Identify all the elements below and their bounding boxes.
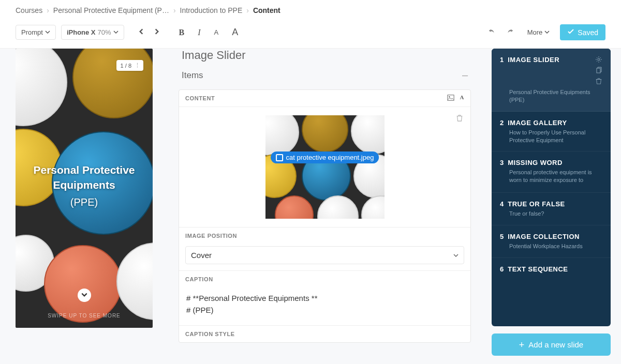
plus-icon: +	[519, 341, 525, 348]
redo-icon	[507, 28, 514, 37]
saved-label: Saved	[578, 28, 598, 37]
slide-number: 6	[500, 265, 504, 273]
chevron-right-icon: ›	[246, 6, 249, 14]
slides-column: 1 IMAGE SLIDER Personal Protective Equip…	[481, 49, 621, 364]
zoom-label: 70%	[98, 28, 111, 36]
editor-title: Image Slider	[179, 49, 471, 69]
check-icon	[567, 28, 574, 37]
image-position-value: Cover	[191, 251, 212, 260]
slide-number: 3	[500, 159, 504, 166]
chevron-down-icon	[81, 291, 88, 300]
prev-button[interactable]	[135, 25, 148, 40]
slide-title: TEXT SEQUENCE	[508, 265, 602, 273]
chevron-right-icon: ›	[47, 6, 49, 14]
breadcrumb-courses[interactable]: Courses	[16, 6, 42, 14]
breadcrumb-course[interactable]: Personal Protective Equipment (P…	[53, 6, 169, 14]
scroll-down-button[interactable]	[78, 289, 91, 302]
font-size-small-button[interactable]: A	[211, 25, 222, 39]
slide-item-4[interactable]: 4 TRUE OR FALSE True or false?	[492, 193, 611, 225]
trash-icon	[456, 115, 463, 123]
breadcrumb: Courses › Personal Protective Equipment …	[0, 0, 621, 21]
slide-desc: Potential Workplace Hazards	[500, 242, 602, 250]
undo-button[interactable]	[485, 25, 498, 40]
bold-button[interactable]: B	[176, 25, 188, 40]
format-group: B I A A	[176, 24, 242, 41]
svg-point-2	[598, 58, 600, 60]
main-area: 1 / 8 ⋮ Personal Protective Equipments (…	[0, 49, 621, 364]
prompt-dropdown[interactable]: Prompt	[16, 25, 56, 40]
preview-column: 1 / 8 ⋮ Personal Protective Equipments (…	[0, 49, 168, 364]
toolbar: Prompt iPhone X 70% B I A A	[0, 21, 621, 49]
app-root: Courses › Personal Protective Equipment …	[0, 0, 621, 364]
delete-image-button[interactable]	[456, 114, 463, 123]
content-body: cat protective equipment.jpeg	[179, 107, 470, 227]
slide-number: 1	[500, 56, 504, 64]
device-label: iPhone X	[67, 28, 96, 36]
preview-subtitle: (PPE)	[16, 195, 153, 209]
image-position-label: IMAGE POSITION	[179, 227, 470, 244]
more-label: More	[527, 28, 543, 36]
chevron-down-icon	[544, 28, 550, 36]
slide-desc: Personal Protective Equipments (PPE)	[500, 88, 602, 104]
swipe-hint: SWIPE UP TO SEE MORE	[16, 313, 153, 318]
more-dropdown[interactable]: More	[522, 25, 555, 39]
italic-button[interactable]: I	[195, 25, 203, 40]
collapse-icon[interactable]: –	[462, 69, 468, 81]
caption-input[interactable]: # **Personal Protective Equipments ** # …	[185, 290, 464, 319]
chevron-down-icon	[113, 28, 119, 36]
caption-label: CAPTION	[179, 270, 470, 287]
slide-title: IMAGE GALLERY	[508, 119, 602, 127]
svg-rect-3	[597, 68, 600, 73]
slide-counter: 1 / 8	[121, 63, 131, 69]
caption-line-2: # (PPE)	[186, 305, 463, 316]
caption-line-1: # **Personal Protective Equipments **	[186, 293, 463, 305]
gear-icon[interactable]	[595, 56, 602, 65]
image-position-select[interactable]: Cover	[185, 246, 464, 264]
chevron-down-icon	[45, 28, 50, 36]
slide-title: TRUE OR FALSE	[508, 200, 602, 208]
image-icon[interactable]	[447, 94, 454, 102]
slides-list: 1 IMAGE SLIDER Personal Protective Equip…	[492, 49, 611, 326]
filename-text: cat protective equipment.jpeg	[286, 154, 374, 161]
undo-icon	[488, 28, 495, 37]
image-thumbnail[interactable]: cat protective equipment.jpeg	[265, 115, 385, 219]
filename-chip[interactable]: cat protective equipment.jpeg	[271, 151, 379, 163]
slide-item-2[interactable]: 2 IMAGE GALLERY How to Properly Use Pers…	[492, 112, 611, 152]
slide-counter-badge[interactable]: 1 / 8 ⋮	[116, 60, 143, 71]
saved-button[interactable]: Saved	[560, 24, 605, 40]
svg-rect-0	[448, 95, 454, 101]
add-slide-button[interactable]: + Add a new slide	[492, 333, 611, 356]
content-label: CONTENT	[185, 95, 215, 101]
text-icon[interactable]: A	[460, 94, 464, 102]
chevron-right-icon: ›	[173, 6, 176, 14]
font-size-large-button[interactable]: A	[229, 24, 241, 41]
more-icon: ⋮	[135, 62, 139, 69]
redo-button[interactable]	[504, 25, 517, 40]
next-button[interactable]	[150, 25, 164, 40]
svg-point-1	[449, 96, 450, 97]
slide-desc: Personal protective equipment is worn to…	[500, 169, 602, 185]
chevron-down-icon	[453, 251, 459, 260]
add-slide-label: Add a new slide	[528, 340, 583, 349]
copy-icon[interactable]	[595, 67, 602, 75]
slide-number: 4	[500, 200, 504, 208]
device-dropdown[interactable]: iPhone X 70%	[61, 25, 124, 40]
slide-item-3[interactable]: 3 MISSING WORD Personal protective equip…	[492, 151, 611, 193]
preview-title-overlay: Personal Protective Equipments (PPE)	[16, 162, 153, 209]
preview-title: Personal Protective Equipments	[33, 164, 135, 191]
slide-number: 2	[500, 119, 504, 127]
slide-title: IMAGE COLLECTION	[508, 233, 602, 240]
slide-desc: How to Properly Use Personal Protective …	[500, 129, 602, 144]
chevron-right-icon	[153, 28, 160, 37]
thumb-image	[265, 115, 385, 219]
slide-item-5[interactable]: 5 IMAGE COLLECTION Potential Workplace H…	[492, 225, 611, 258]
items-header: Items –	[179, 69, 471, 86]
editor-column: Image Slider Items – CONTENT A	[168, 49, 481, 364]
breadcrumb-current: Content	[253, 6, 280, 14]
trash-icon[interactable]	[595, 78, 602, 86]
slide-item-1[interactable]: 1 IMAGE SLIDER Personal Protective Equip…	[492, 49, 611, 112]
device-preview[interactable]: 1 / 8 ⋮ Personal Protective Equipments (…	[16, 49, 153, 328]
breadcrumb-lesson[interactable]: Introduction to PPE	[180, 6, 243, 14]
slide-item-6[interactable]: 6 TEXT SEQUENCE	[492, 258, 611, 280]
slide-title: MISSING WORD	[508, 159, 602, 166]
